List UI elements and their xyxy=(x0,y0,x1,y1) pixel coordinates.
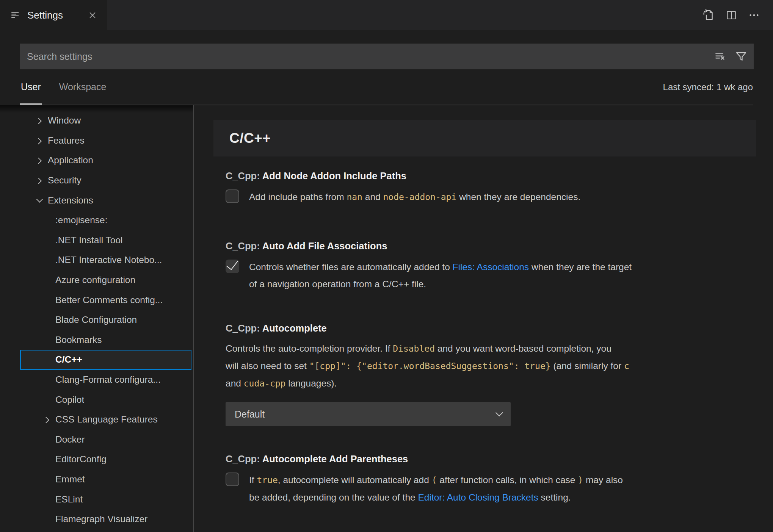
toc-item-features[interactable]: Features xyxy=(20,131,191,151)
chevron-right-icon[interactable] xyxy=(35,158,43,163)
toc-item-eslint[interactable]: ESLint xyxy=(20,489,191,509)
more-actions-icon[interactable] xyxy=(748,9,760,21)
tab-settings[interactable]: Settings xyxy=(0,0,107,30)
toc-item-label: .NET Install Tool xyxy=(55,235,122,246)
toc-item-extensions[interactable]: Extensions xyxy=(20,190,191,210)
settings-scope-row: User Workspace Last synced: 1 wk ago xyxy=(20,69,753,105)
setting-label: Autocomplete Add Parentheses xyxy=(262,454,408,464)
toc-item-label: Application xyxy=(48,155,93,166)
search-input[interactable] xyxy=(20,44,754,69)
toc-resize-sash[interactable] xyxy=(193,105,194,532)
setting-label: Add Node Addon Include Paths xyxy=(262,171,406,181)
toc-item-c-c[interactable]: C/C++ xyxy=(20,350,191,370)
setting-title: C_Cpp: Autocomplete Add Parentheses xyxy=(226,454,756,465)
setting-row: C_Cpp: Auto Add File AssociationsControl… xyxy=(226,241,756,293)
code-span: nan xyxy=(347,192,362,202)
open-settings-json-icon[interactable] xyxy=(702,9,715,22)
toc-item-label: Extensions xyxy=(48,195,93,206)
description-text: and xyxy=(226,378,244,388)
last-synced-label: Last synced: 1 wk ago xyxy=(663,82,753,92)
toc-item-blade-configuration[interactable]: Blade Configuration xyxy=(20,310,191,330)
toc-item-emojisense[interactable]: :emojisense: xyxy=(20,210,191,230)
code-span: cuda-cpp xyxy=(244,379,286,388)
toc-item-copilot[interactable]: Copilot xyxy=(20,390,191,410)
description-text: (and similarly for xyxy=(551,361,624,371)
toc-item-clang-format-configura[interactable]: Clang-Format configura... xyxy=(20,370,191,390)
settings-group-header: C/C++ xyxy=(213,120,756,156)
toc-item-bookmarks[interactable]: Bookmarks xyxy=(20,330,191,350)
toc-item-security[interactable]: Security xyxy=(20,171,191,191)
search-bar xyxy=(20,44,754,69)
page-title: C/C++ xyxy=(229,130,271,146)
description-text: when they are the target xyxy=(529,262,632,272)
autocomplete-select[interactable]: Default xyxy=(226,402,511,426)
toc-item-net-interactive-notebo[interactable]: .NET Interactive Notebo... xyxy=(20,250,191,270)
setting-category: C_Cpp: xyxy=(226,171,262,181)
toc-item-label: Clang-Format configura... xyxy=(55,374,161,385)
setting-value-row: Controls whether files are automatically… xyxy=(226,258,756,293)
toc-item-net-install-tool[interactable]: .NET Install Tool xyxy=(20,230,191,250)
code-span: true xyxy=(257,475,278,485)
description-text: Controls whether files are automatically… xyxy=(249,262,453,272)
tab-user[interactable]: User xyxy=(20,69,42,105)
toc-item-label: C/C++ xyxy=(55,354,82,365)
setting-row: C_Cpp: Autocomplete Add ParenthesesIf tr… xyxy=(226,454,756,506)
description-text: and xyxy=(362,192,383,202)
filter-icon[interactable] xyxy=(734,49,748,64)
toc-item-docker[interactable]: Docker xyxy=(20,430,191,450)
setting-row: C_Cpp: AutocompleteControls the auto-com… xyxy=(226,323,756,426)
setting-label: Autocomplete xyxy=(262,323,327,333)
split-editor-icon[interactable] xyxy=(725,9,737,21)
toc-item-better-comments-config[interactable]: Better Comments config... xyxy=(20,290,191,310)
setting-category: C_Cpp: xyxy=(226,323,262,333)
checkbox[interactable] xyxy=(226,473,239,486)
toc-item-label: CSS Language Features xyxy=(55,414,158,425)
description-text: when they are dependencies. xyxy=(456,192,580,202)
description-text: will also need to set xyxy=(226,361,309,371)
setting-title: C_Cpp: Autocomplete xyxy=(226,323,756,334)
toc-item-label: EditorConfig xyxy=(55,454,107,465)
toc-item-application[interactable]: Application xyxy=(20,150,191,171)
chevron-right-icon[interactable] xyxy=(35,118,43,123)
setting-value-row: Add include paths from nan and node-addo… xyxy=(226,188,756,206)
code-span: "[cpp]": {"editor.wordBasedSuggestions":… xyxy=(309,361,551,371)
settings-link[interactable]: Files: Associations xyxy=(453,262,529,272)
setting-description: If true, autocomplete will automatically… xyxy=(249,471,623,506)
tab-label: Settings xyxy=(27,9,63,21)
toc-item-label: Copilot xyxy=(55,394,84,405)
setting-description: Controls whether files are automatically… xyxy=(249,258,632,293)
description-text: , autocomplete will automatically add xyxy=(278,475,432,485)
toc-item-window[interactable]: Window xyxy=(20,111,191,131)
editor-tab-bar: Settings xyxy=(0,0,773,30)
setting-value-row: If true, autocomplete will automatically… xyxy=(226,471,756,506)
setting-category: C_Cpp: xyxy=(226,454,262,464)
setting-description: Controls the auto-completion provider. I… xyxy=(226,340,756,392)
toc-item-label: Flamegraph Visualizer xyxy=(55,514,147,524)
chevron-right-icon[interactable] xyxy=(42,417,51,422)
toc-item-label: :emojisense: xyxy=(55,215,108,225)
tab-workspace[interactable]: Workspace xyxy=(58,69,107,105)
toc-item-css-language-features[interactable]: CSS Language Features xyxy=(20,410,191,430)
description-text: setting. xyxy=(538,492,571,502)
settings-list-pane: C/C++ C_Cpp: Add Node Addon Include Path… xyxy=(193,105,773,532)
code-span: Disabled xyxy=(393,344,435,354)
checkbox[interactable] xyxy=(226,189,239,203)
clear-search-icon[interactable] xyxy=(713,49,728,64)
chevron-right-icon[interactable] xyxy=(35,138,43,143)
chevron-down-icon[interactable] xyxy=(35,198,43,203)
toc-item-azure-configuration[interactable]: Azure configuration xyxy=(20,270,191,290)
checkbox[interactable] xyxy=(226,260,239,273)
toc-item-flamegraph-visualizer[interactable]: Flamegraph Visualizer xyxy=(20,509,191,529)
setting-label: Auto Add File Associations xyxy=(262,241,387,251)
close-icon[interactable] xyxy=(88,10,97,20)
setting-title: C_Cpp: Auto Add File Associations xyxy=(226,241,756,252)
select-value: Default xyxy=(235,409,265,420)
setting-title: C_Cpp: Add Node Addon Include Paths xyxy=(226,171,756,182)
description-text: and you want word-based completion, you xyxy=(435,343,612,354)
toc-item-label: Docker xyxy=(55,434,85,445)
toc-item-editorconfig[interactable]: EditorConfig xyxy=(20,449,191,469)
settings-link[interactable]: Editor: Auto Closing Brackets xyxy=(418,492,538,502)
chevron-right-icon[interactable] xyxy=(35,178,43,183)
toc-item-emmet[interactable]: Emmet xyxy=(20,469,191,490)
description-text: Add include paths from xyxy=(249,192,347,202)
